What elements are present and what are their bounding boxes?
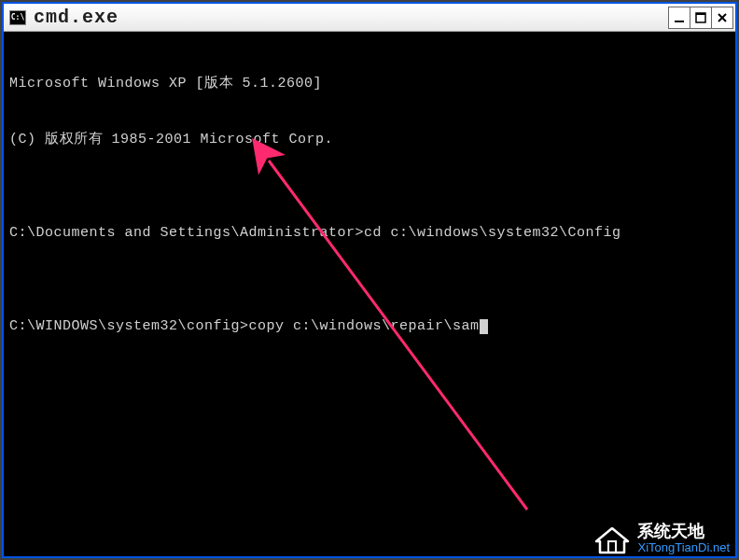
maximize-button[interactable] (690, 7, 712, 29)
titlebar[interactable]: C:\ cmd.exe (4, 4, 735, 32)
maximize-icon (695, 12, 706, 23)
minimize-button[interactable] (668, 7, 690, 29)
minimize-icon (674, 12, 685, 23)
app-icon-label: C:\ (11, 13, 24, 21)
close-icon (717, 12, 728, 23)
svg-rect-0 (675, 21, 684, 22)
terminal-line: (C) 版权所有 1985-2001 Microsoft Corp. (9, 131, 730, 149)
window-title: cmd.exe (34, 7, 669, 28)
terminal-line: Microsoft Windows XP [版本 5.1.2600] (9, 75, 730, 93)
app-icon: C:\ (9, 10, 26, 25)
close-button[interactable] (711, 7, 733, 29)
cursor (480, 319, 488, 334)
terminal-line: C:\WINDOWS\system32\config>copy c:\windo… (9, 317, 730, 336)
cmd-window: C:\ cmd.exe Microsoft Windows XP [版本 5.1… (2, 2, 737, 558)
terminal-line: C:\Documents and Settings\Administrator>… (9, 224, 730, 243)
svg-rect-2 (696, 13, 705, 15)
window-controls (669, 7, 733, 29)
terminal-output[interactable]: Microsoft Windows XP [版本 5.1.2600] (C) 版… (4, 32, 735, 556)
